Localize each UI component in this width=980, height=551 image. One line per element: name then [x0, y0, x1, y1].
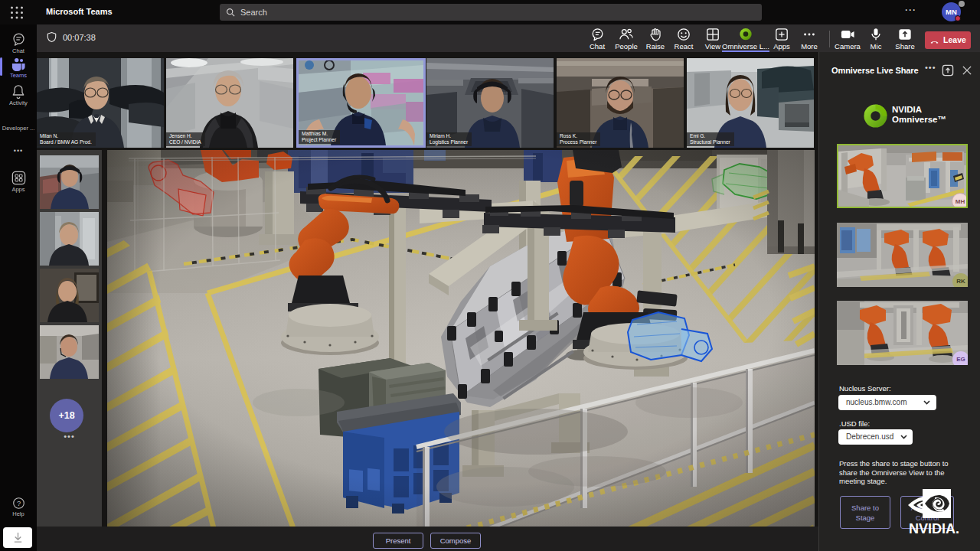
- svg-text:NVIDIA.: NVIDIA.: [909, 521, 959, 536]
- svg-text:?: ?: [16, 500, 20, 507]
